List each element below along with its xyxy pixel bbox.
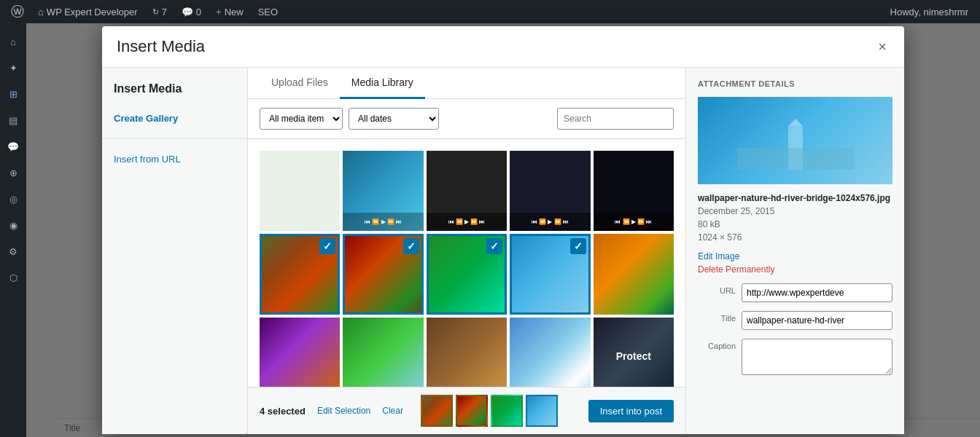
media-item[interactable] xyxy=(594,234,674,314)
attachment-filename: wallpaper-nature-hd-river-bridge-1024x57… xyxy=(698,193,892,203)
check-overlay xyxy=(510,318,590,387)
check-overlay xyxy=(427,318,507,387)
media-filters: All media item Images Audio Video All da… xyxy=(248,99,685,139)
media-type-filter[interactable]: All media item Images Audio Video xyxy=(260,108,343,130)
date-filter[interactable]: All dates January 2016 December 2015 xyxy=(349,108,439,130)
media-item[interactable]: ⏮ ⏪ ▶ ⏩ ⏭ xyxy=(594,151,674,231)
admin-bar-updates[interactable]: ↻ 7 xyxy=(147,0,173,23)
url-label: URL xyxy=(698,283,736,295)
check-badge: ✓ xyxy=(570,238,586,254)
comments-icon: 💬 xyxy=(182,7,193,17)
check-badge: ✓ xyxy=(319,238,335,254)
media-grid-container[interactable]: ⏮ ⏪ ▶ ⏩ ⏭ ⏮ ⏪ ▶ ⏩ ⏭ xyxy=(248,139,685,387)
admin-bar-user[interactable]: Howdy, nimeshrmr xyxy=(884,0,974,23)
check-overlay xyxy=(594,151,674,231)
clear-selection-link[interactable]: Clear xyxy=(382,406,403,416)
title-field: Title xyxy=(698,311,892,330)
sidebar-icon-dashboard[interactable]: ⌂ xyxy=(0,29,26,54)
edit-selection-link[interactable]: Edit Selection xyxy=(317,406,370,416)
admin-sidebar: ⌂ ✦ ⊞ ▤ 💬 ⊕ ◎ ◉ ⚙ ⬡ xyxy=(0,23,26,437)
modal-header: Insert Media × xyxy=(102,26,904,68)
media-item[interactable]: ✓ xyxy=(343,234,423,314)
url-input[interactable] xyxy=(742,283,892,302)
admin-bar-comments[interactable]: 💬 0 xyxy=(176,0,207,23)
sidebar-icon-tools[interactable]: ⚙ xyxy=(0,239,26,264)
sidebar-icon-plugins[interactable]: ◎ xyxy=(0,186,26,211)
media-item[interactable]: ✓ xyxy=(427,234,507,314)
check-overlay xyxy=(510,151,590,231)
new-label: New xyxy=(225,7,244,17)
svg-marker-2 xyxy=(788,119,803,126)
site-name: WP Expert Developer xyxy=(47,7,138,17)
wp-logo[interactable]: ⓦ xyxy=(6,0,29,23)
tab-media-library[interactable]: Media Library xyxy=(340,68,425,99)
modal-body: Insert Media Create Gallery Insert from … xyxy=(102,68,904,434)
delete-permanently-link[interactable]: Delete Permanently xyxy=(698,264,892,275)
footer-thumb-1[interactable] xyxy=(421,395,453,427)
insert-media-modal: Insert Media × Insert Media Create Galle… xyxy=(102,26,904,434)
check-overlay xyxy=(260,151,340,231)
media-search-input[interactable] xyxy=(557,108,674,130)
svg-rect-1 xyxy=(737,148,854,170)
media-item[interactable]: ⏮ ⏪ ▶ ⏩ ⏭ xyxy=(343,151,423,231)
caption-field: Caption xyxy=(698,339,892,375)
media-item[interactable] xyxy=(427,318,507,387)
create-gallery-link[interactable]: Create Gallery xyxy=(102,107,247,130)
modal-overlay: Insert Media × Insert Media Create Galle… xyxy=(26,23,980,437)
check-overlay xyxy=(594,234,674,314)
plus-icon: + xyxy=(216,7,222,17)
wp-logo-icon: ⓦ xyxy=(11,3,24,20)
footer-thumb-2[interactable] xyxy=(456,395,488,427)
check-overlay xyxy=(260,318,340,387)
sidebar-icon-media[interactable]: ⊞ xyxy=(0,82,26,106)
media-item[interactable]: Protect Pages · Menus · Custom Post... xyxy=(594,318,674,387)
modal-title: Insert Media xyxy=(117,37,205,56)
home-icon: ⌂ xyxy=(38,7,44,17)
media-item[interactable]: ⏮ ⏪ ▶ ⏩ ⏭ xyxy=(427,151,507,231)
footer-thumb-3[interactable] xyxy=(491,395,523,427)
check-overlay xyxy=(343,318,423,387)
edit-image-link[interactable]: Edit Image xyxy=(698,251,892,261)
sidebar-icon-comments[interactable]: 💬 xyxy=(0,134,26,159)
insert-into-post-button[interactable]: Insert into post xyxy=(588,400,674,422)
modal-footer: 4 selected Edit Selection Clear Insert i… xyxy=(248,387,685,434)
check-overlay xyxy=(343,151,423,231)
attachment-date: December 25, 2015 xyxy=(698,206,892,216)
admin-bar-home[interactable]: ⌂ WP Expert Developer xyxy=(32,0,144,23)
caption-label: Caption xyxy=(698,339,736,350)
url-field: URL xyxy=(698,283,892,302)
comments-count: 0 xyxy=(196,7,201,17)
main-content: Insert Media × Insert Media Create Galle… xyxy=(26,23,980,437)
sidebar-icon-settings[interactable]: ⬡ xyxy=(0,265,26,290)
admin-bar-new[interactable]: + New xyxy=(210,0,249,23)
attachment-preview-image xyxy=(698,97,892,184)
sidebar-icon-posts[interactable]: ✦ xyxy=(0,55,26,80)
media-item[interactable] xyxy=(510,318,590,387)
footer-thumbs xyxy=(421,395,558,427)
updates-icon: ↻ xyxy=(152,7,159,17)
title-input[interactable] xyxy=(742,311,892,330)
check-badge: ✓ xyxy=(486,238,502,254)
media-item[interactable] xyxy=(260,318,340,387)
sidebar-icon-users[interactable]: ◉ xyxy=(0,213,26,237)
media-item[interactable] xyxy=(343,318,423,387)
footer-thumb-4[interactable] xyxy=(526,395,558,427)
check-overlay xyxy=(594,318,674,387)
tab-upload-files[interactable]: Upload Files xyxy=(260,68,340,99)
media-item-primary[interactable]: ✓ xyxy=(510,234,590,314)
media-item[interactable] xyxy=(260,151,340,231)
user-greeting: Howdy, nimeshrmr xyxy=(890,7,968,17)
modal-main-panel: Upload Files Media Library All media ite… xyxy=(248,68,685,434)
sidebar-icon-appearance[interactable]: ⊕ xyxy=(0,160,26,185)
insert-from-url-link[interactable]: Insert from URL xyxy=(102,148,247,170)
sidebar-icon-pages[interactable]: ▤ xyxy=(0,108,26,133)
attachment-details-panel: ATTACHMENT DETAILS xyxy=(685,68,904,434)
sidebar-divider xyxy=(102,138,247,139)
admin-bar-seo[interactable]: SEO xyxy=(252,0,284,23)
modal-left-sidebar: Insert Media Create Gallery Insert from … xyxy=(102,68,248,434)
caption-textarea[interactable] xyxy=(742,339,892,375)
media-item[interactable]: ✓ xyxy=(260,234,340,314)
modal-close-button[interactable]: × xyxy=(875,36,890,57)
media-item[interactable]: ⏮ ⏪ ▶ ⏩ ⏭ xyxy=(510,151,590,231)
selected-count: 4 selected xyxy=(260,406,306,417)
